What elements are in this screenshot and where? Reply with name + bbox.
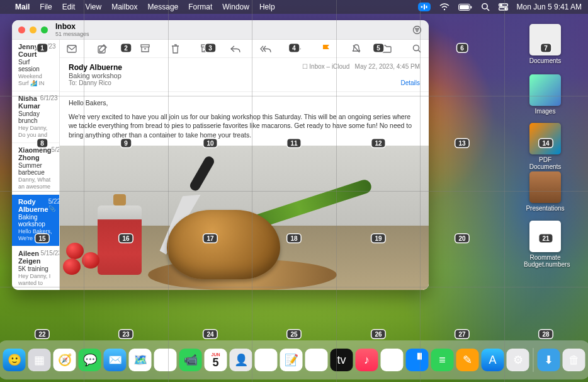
forward-icon[interactable] — [290, 43, 302, 54]
dock-news[interactable]: N — [381, 349, 404, 371]
menu-edit[interactable]: Edit — [62, 3, 76, 11]
svg-rect-7 — [470, 6, 472, 8]
menu-mailbox[interactable]: Mailbox — [111, 3, 137, 11]
reader-datetime: May 22, 2023, 4:45 PM — [355, 63, 420, 70]
svg-rect-3 — [426, 6, 427, 8]
voice-control-icon[interactable] — [418, 3, 431, 11]
spotlight-icon[interactable] — [481, 3, 490, 11]
reader-mailbox: ☐ Inbox – iCloud — [302, 63, 350, 70]
desktop-icon-presentations[interactable]: Presentations — [524, 171, 567, 212]
menu-app[interactable]: Mail — [15, 3, 30, 11]
mail-window: Inbox 51 messages Jenny Court6/3/23Surf … — [12, 20, 429, 290]
zoom-button[interactable] — [41, 26, 48, 33]
dock-downloads[interactable]: ⬇︎ — [538, 349, 560, 371]
grid-label: 22 — [35, 330, 48, 339]
dock-music[interactable]: ♪ — [356, 349, 378, 371]
archive-icon[interactable] — [139, 43, 150, 54]
dock-messages[interactable]: 💬 — [79, 349, 101, 371]
flag-icon[interactable] — [320, 43, 332, 54]
dock-launchpad[interactable]: ▦ — [28, 349, 51, 371]
filter-icon[interactable] — [411, 24, 422, 35]
svg-point-24 — [414, 45, 419, 51]
reader-image — [60, 146, 429, 290]
dock-finder[interactable]: 🙂 — [3, 349, 26, 371]
message-row[interactable]: Xiaomeng Zhong5/29/23Summer barbecueDann… — [12, 143, 59, 195]
mute-icon[interactable] — [351, 43, 362, 54]
svg-rect-18 — [67, 45, 76, 52]
message-count: 51 messages — [55, 31, 89, 37]
dock-reminders[interactable]: ☑︎ — [255, 349, 278, 371]
message-row[interactable]: Aileen Zeigen5/15/235K trainingHey Danny… — [12, 246, 59, 290]
dock-notes[interactable]: 📝 — [280, 349, 303, 371]
desktop-icon-pdf-documents[interactable]: PDF Documents — [524, 123, 567, 170]
trash-icon[interactable] — [169, 43, 181, 54]
details-link[interactable]: Details — [400, 79, 420, 86]
junk-icon[interactable] — [200, 43, 211, 54]
dock-freeform[interactable]: ✏︎ — [305, 349, 328, 371]
svg-rect-2 — [424, 4, 425, 9]
menu-view[interactable]: View — [85, 3, 101, 11]
menu-window[interactable]: Window — [222, 3, 249, 11]
svg-rect-22 — [201, 45, 210, 47]
dock-appstore[interactable]: A — [482, 349, 504, 371]
reply-all-icon[interactable] — [260, 43, 271, 54]
grid-label: 20 — [455, 234, 468, 243]
grid-label: 6 — [457, 44, 467, 52]
dock-maps[interactable]: 🗺️ — [129, 349, 152, 371]
grid-label: 27 — [455, 330, 468, 339]
message-row[interactable]: Nisha Kumar6/1/23Sunday brunchHey Danny,… — [12, 91, 59, 143]
menubar-clock[interactable]: Mon Jun 5 9:41 AM — [517, 3, 582, 11]
dock-numbers[interactable]: ≡ — [431, 349, 454, 371]
desktop-icon-images[interactable]: Images — [524, 74, 567, 115]
dock-photos[interactable]: ❀ — [154, 349, 177, 371]
move-icon[interactable] — [381, 43, 392, 54]
grid-label: 24 — [203, 330, 217, 339]
grid-label: 25 — [287, 330, 300, 339]
dock-pages[interactable]: ✎ — [456, 349, 479, 371]
message-reader: ☐ Inbox – iCloud May 22, 2023, 4:45 PM R… — [60, 40, 429, 290]
wifi-icon[interactable] — [439, 3, 449, 11]
svg-line-25 — [419, 50, 421, 53]
svg-point-12 — [500, 4, 501, 6]
dock-facetime[interactable]: 📹 — [179, 349, 202, 371]
dock-trash[interactable]: 🗑 — [563, 349, 585, 371]
menu-file[interactable]: File — [40, 3, 52, 11]
battery-icon[interactable] — [458, 4, 472, 11]
grid-label: 23 — [119, 330, 132, 339]
desktop-icon-roommate-budget-numbers[interactable]: Roommate Budget.numbers — [524, 221, 567, 268]
dock-calendar[interactable]: JUN5 — [205, 349, 227, 371]
minimize-button[interactable] — [30, 26, 37, 33]
envelope-icon[interactable] — [66, 43, 77, 54]
reply-icon[interactable] — [230, 43, 241, 54]
reader-to: Danny Rico — [79, 79, 111, 86]
dock-contacts[interactable]: 👤 — [230, 349, 252, 371]
grid-label: 26 — [371, 330, 385, 339]
reader-subject: Baking workshop — [69, 72, 420, 79]
search-icon[interactable] — [411, 43, 422, 54]
dock-tv[interactable]: tv — [331, 349, 353, 371]
dock-safari[interactable]: 🧭 — [54, 349, 76, 371]
message-row[interactable]: Rody Albuerne5/22/23 📎Baking workshopHel… — [12, 195, 59, 246]
mailbox-title: Inbox — [55, 22, 89, 31]
dock: 🙂▦🧭💬✉️🗺️❀📹JUN5👤☑︎📝✏︎tv♪N▝≡✎A⚙︎⬇︎🗑 — [0, 340, 588, 379]
desktop-icon-documents[interactable]: Documents — [524, 24, 567, 64]
message-list[interactable]: Jenny Court6/3/23Surf sessionWeekend Sur… — [12, 40, 60, 290]
control-center-icon[interactable] — [499, 3, 508, 11]
menu-format[interactable]: Format — [188, 3, 212, 11]
dock-keynote[interactable]: ▝ — [406, 349, 429, 371]
mail-titlebar: Inbox 51 messages — [12, 20, 429, 40]
message-row[interactable]: Jenny Court6/3/23Surf sessionWeekend Sur… — [12, 40, 59, 91]
compose-icon[interactable] — [96, 43, 108, 54]
close-button[interactable] — [18, 26, 25, 33]
menu-help[interactable]: Help — [259, 3, 275, 11]
menu-message[interactable]: Message — [148, 3, 179, 11]
dock-settings[interactable]: ⚙︎ — [507, 349, 529, 371]
svg-point-13 — [504, 8, 506, 9]
reader-body: We're very excited to have you all join … — [69, 112, 420, 139]
dock-mail[interactable]: ✉️ — [104, 349, 127, 371]
menu-bar: Mail File Edit View Mailbox Message Form… — [0, 0, 588, 14]
svg-line-9 — [487, 9, 489, 11]
svg-rect-20 — [141, 45, 149, 47]
reader-greeting: Hello Bakers, — [69, 98, 420, 107]
grid-label: 13 — [455, 139, 468, 148]
